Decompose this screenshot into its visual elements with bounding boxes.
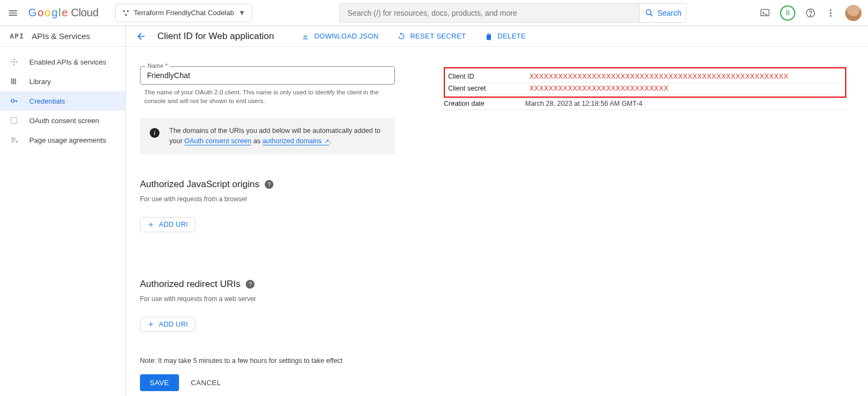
svg-rect-25 bbox=[11, 142, 14, 142]
delete-button[interactable]: DELETE bbox=[484, 32, 526, 41]
js-origins-section: Authorized JavaScript origins ? For use … bbox=[140, 179, 395, 232]
page-title: Client ID for Web application bbox=[157, 31, 274, 42]
js-origins-subtext: For use with requests from a browser bbox=[140, 195, 395, 203]
search-input[interactable] bbox=[340, 9, 639, 17]
download-json-button[interactable]: DOWNLOAD JSON bbox=[301, 32, 379, 41]
client-id-value: XXXXXXXXXXXXXXXXXXXXXXXXXXXXXXXXXXXXXXXX… bbox=[529, 73, 788, 80]
info-callout: i The domains of the URIs you add below … bbox=[140, 118, 395, 154]
sidebar-item-label: Enabled APIs & services bbox=[29, 58, 106, 66]
client-id-row: Client ID XXXXXXXXXXXXXXXXXXXXXXXXXXXXXX… bbox=[448, 71, 842, 82]
svg-point-12 bbox=[11, 61, 12, 62]
project-name: Terraform FriendlyChat Codelab bbox=[134, 9, 234, 17]
add-js-uri-button[interactable]: ADD URI bbox=[140, 217, 195, 232]
creation-date-row: Creation date March 28, 2023 at 12:18:56… bbox=[444, 98, 846, 110]
svg-point-15 bbox=[14, 64, 15, 65]
svg-rect-18 bbox=[15, 79, 16, 85]
help-icon[interactable]: ? bbox=[265, 180, 273, 189]
reset-secret-button[interactable]: RESET SECRET bbox=[397, 32, 466, 41]
help-icon[interactable] bbox=[805, 8, 816, 18]
cancel-button[interactable]: CANCEL bbox=[191, 379, 221, 387]
action-label: DELETE bbox=[497, 32, 526, 40]
more-icon[interactable] bbox=[826, 8, 835, 18]
account-avatar[interactable] bbox=[845, 5, 861, 21]
svg-point-3 bbox=[646, 10, 651, 15]
chevron-down-icon: ▼ bbox=[238, 9, 245, 17]
form-column: Name * The name of your OAuth 2.0 client… bbox=[140, 66, 395, 391]
creation-date-value: March 28, 2023 at 12:18:56 AM GMT-4 bbox=[525, 100, 642, 107]
sidebar-item-label: Library bbox=[29, 78, 51, 86]
add-uri-label: ADD URI bbox=[159, 221, 188, 228]
svg-point-14 bbox=[14, 59, 15, 60]
sidebar-item-credentials[interactable]: Credentials bbox=[0, 91, 125, 111]
svg-point-26 bbox=[16, 141, 17, 143]
sidebar-item-oauth-consent[interactable]: OAuth consent screen bbox=[0, 111, 125, 130]
sidebar-item-label: Credentials bbox=[29, 97, 65, 105]
info-text: The domains of the URIs you add below wi… bbox=[169, 126, 385, 146]
search-box: Search bbox=[339, 3, 686, 23]
help-icon[interactable]: ? bbox=[246, 280, 254, 289]
redirect-uris-subtext: For use with requests from a web server bbox=[140, 295, 395, 303]
api-icon: API bbox=[10, 32, 24, 40]
svg-point-13 bbox=[16, 61, 17, 62]
action-label: RESET SECRET bbox=[410, 32, 466, 40]
svg-rect-5 bbox=[761, 9, 769, 16]
library-icon bbox=[10, 77, 20, 86]
google-cloud-logo[interactable]: Google Cloud bbox=[28, 7, 99, 19]
svg-rect-21 bbox=[16, 100, 17, 102]
sidebar-item-enabled-apis[interactable]: Enabled APIs & services bbox=[0, 52, 125, 72]
name-field-label: Name * bbox=[145, 62, 170, 69]
add-uri-label: ADD URI bbox=[159, 321, 188, 328]
name-field-wrapper: Name * bbox=[140, 66, 395, 85]
svg-rect-16 bbox=[11, 79, 12, 85]
settings-note: Note: It may take 5 minutes to a few hou… bbox=[140, 357, 395, 365]
cloud-shell-icon[interactable] bbox=[760, 8, 770, 18]
menu-icon[interactable] bbox=[7, 7, 20, 20]
add-redirect-uri-button[interactable]: ADD URI bbox=[140, 317, 195, 332]
name-helper-text: The name of your OAuth 2.0 client. This … bbox=[140, 88, 395, 105]
agreements-icon bbox=[10, 136, 20, 144]
oauth-consent-icon bbox=[10, 116, 20, 125]
svg-point-0 bbox=[123, 10, 125, 12]
svg-point-7 bbox=[810, 15, 810, 15]
client-secret-value: XXXXXXXXXXXXXXXXXXXXXXXXXXXXX bbox=[529, 85, 668, 92]
info-icon: i bbox=[150, 128, 159, 138]
authorized-domains-link[interactable]: authorized domains ↗ bbox=[263, 137, 330, 145]
oauth-consent-link[interactable]: OAuth consent screen bbox=[184, 137, 252, 145]
svg-rect-23 bbox=[11, 138, 16, 138]
project-picker[interactable]: Terraform FriendlyChat Codelab ▼ bbox=[115, 4, 253, 22]
svg-rect-22 bbox=[11, 118, 17, 124]
sidebar-item-library[interactable]: Library bbox=[0, 72, 125, 91]
save-button[interactable]: SAVE bbox=[140, 374, 179, 391]
project-icon bbox=[122, 9, 130, 17]
notifications-badge[interactable]: 8 bbox=[780, 5, 795, 21]
sidebar-heading[interactable]: API APIs & Services bbox=[0, 26, 125, 47]
client-id-label: Client ID bbox=[448, 73, 529, 80]
enabled-apis-icon bbox=[10, 58, 20, 66]
redirect-uris-section: Authorized redirect URIs ? For use with … bbox=[140, 279, 395, 332]
svg-point-19 bbox=[11, 99, 14, 102]
name-input[interactable] bbox=[140, 66, 395, 85]
svg-point-1 bbox=[126, 10, 129, 12]
client-secret-label: Client secret bbox=[448, 85, 529, 92]
action-label: DOWNLOAD JSON bbox=[314, 32, 379, 40]
sidebar-item-label: Page usage agreements bbox=[29, 136, 106, 144]
sidebar-item-page-usage[interactable]: Page usage agreements bbox=[0, 130, 125, 150]
svg-point-9 bbox=[830, 12, 832, 14]
svg-rect-24 bbox=[11, 139, 16, 140]
svg-point-8 bbox=[830, 9, 832, 11]
back-arrow-icon[interactable] bbox=[136, 31, 146, 42]
page-header: Client ID for Web application DOWNLOAD J… bbox=[126, 26, 868, 47]
top-bar: Google Cloud Terraform FriendlyChat Code… bbox=[0, 0, 868, 26]
sidebar-item-label: OAuth consent screen bbox=[29, 117, 99, 125]
svg-line-4 bbox=[650, 14, 653, 16]
svg-rect-17 bbox=[13, 79, 14, 85]
search-button-label: Search bbox=[658, 9, 681, 17]
sidebar: API APIs & Services Enabled APIs & servi… bbox=[0, 26, 126, 396]
svg-point-11 bbox=[14, 61, 15, 63]
credentials-highlight-box: Client ID XXXXXXXXXXXXXXXXXXXXXXXXXXXXXX… bbox=[444, 67, 846, 98]
header-utilities: 8 bbox=[760, 5, 861, 21]
credentials-panel: Client ID XXXXXXXXXXXXXXXXXXXXXXXXXXXXXX… bbox=[444, 66, 868, 391]
external-link-icon: ↗ bbox=[324, 138, 329, 144]
svg-point-10 bbox=[830, 15, 832, 16]
search-button[interactable]: Search bbox=[639, 4, 686, 22]
